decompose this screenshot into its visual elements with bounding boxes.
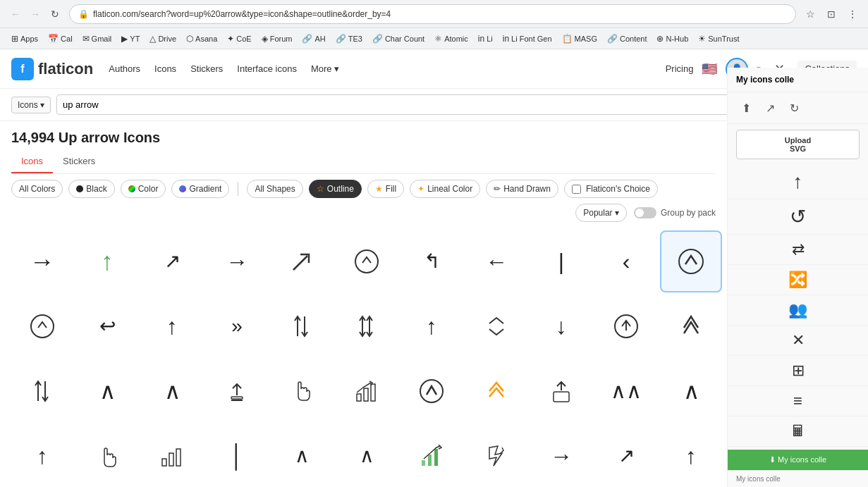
- bookmark-masg[interactable]: 📋 MASG: [558, 32, 601, 45]
- icon-cell-38[interactable]: ∧: [336, 425, 398, 487]
- bookmark-apps[interactable]: ⊞ Apps: [7, 32, 42, 45]
- icon-cell-32[interactable]: ∧: [660, 360, 722, 422]
- icon-cell-6[interactable]: ↰: [401, 230, 463, 292]
- bookmark-li-fontgen[interactable]: in Li Font Gen: [499, 32, 556, 45]
- icon-cell-25[interactable]: [206, 360, 268, 422]
- search-type-select[interactable]: Icons ▾: [11, 97, 51, 113]
- icon-cell-21[interactable]: [660, 295, 722, 357]
- refresh-button[interactable]: ↻: [47, 6, 63, 23]
- icon-cell-41[interactable]: →: [530, 425, 592, 487]
- icon-cell-10[interactable]: [660, 230, 722, 292]
- group-by-pack-toggle[interactable]: [634, 207, 656, 218]
- icon-cell-31[interactable]: ∧∧: [595, 360, 657, 422]
- flaticon-choice-checkbox[interactable]: [572, 185, 581, 194]
- bookmark-yt[interactable]: ▶ YT: [117, 32, 144, 45]
- icon-cell-16[interactable]: [336, 295, 398, 357]
- bookmark-coe[interactable]: ✦ CoE: [223, 32, 255, 45]
- rp-icon-up-arrow[interactable]: ↑: [728, 165, 868, 199]
- download-button[interactable]: ⬇ My icons colle: [728, 450, 868, 470]
- filter-gradient[interactable]: Gradient: [171, 180, 229, 198]
- nav-icons[interactable]: Icons: [153, 61, 178, 77]
- icon-cell-34[interactable]: [76, 425, 138, 487]
- icon-cell-2[interactable]: ↗: [141, 230, 203, 292]
- icon-cell-4[interactable]: [271, 230, 333, 292]
- icon-cell-28[interactable]: [401, 360, 463, 422]
- nav-more[interactable]: More ▾: [310, 61, 341, 77]
- icon-cell-43[interactable]: ↑: [660, 425, 722, 487]
- icon-cell-7[interactable]: ←: [465, 230, 527, 292]
- icon-cell-18[interactable]: [465, 295, 527, 357]
- nav-interface-icons[interactable]: Interface icons: [236, 61, 298, 77]
- bookmark-atomic[interactable]: ⚛ Atomic: [430, 32, 472, 45]
- back-button[interactable]: ←: [7, 6, 24, 23]
- panel-upload-icon[interactable]: ⬆: [736, 98, 756, 118]
- filter-lineal-color[interactable]: ✦ Lineal Color: [410, 180, 480, 198]
- tab-icons[interactable]: Icons: [11, 150, 53, 173]
- url-bar[interactable]: 🔒 flaticon.com/search?word=up%20arrow&ty…: [69, 4, 796, 24]
- icon-cell-30[interactable]: [530, 360, 592, 422]
- icon-cell-26[interactable]: [271, 360, 333, 422]
- filter-outline[interactable]: ☆ Outline: [309, 180, 362, 198]
- icon-cell-24[interactable]: ∧: [141, 360, 203, 422]
- bookmark-cal[interactable]: 📅 Cal: [44, 32, 77, 45]
- filter-black[interactable]: Black: [68, 180, 114, 198]
- bookmark-ah[interactable]: 🔗 AH: [298, 32, 329, 45]
- pricing-link[interactable]: Pricing: [666, 63, 694, 74]
- icon-cell-37[interactable]: ∧: [271, 425, 333, 487]
- icon-cell-27[interactable]: [336, 360, 398, 422]
- bookmark-nhub[interactable]: ⊕ N-Hub: [652, 32, 692, 45]
- bookmark-suntrust[interactable]: ☀ SunTrust: [694, 32, 743, 45]
- icon-cell-36[interactable]: │: [206, 425, 268, 487]
- filter-fill[interactable]: ★ Fill: [367, 180, 404, 198]
- icon-cell-0[interactable]: →: [11, 230, 73, 292]
- nav-stickers[interactable]: Stickers: [189, 61, 224, 77]
- rp-icon-back[interactable]: ↺: [728, 199, 868, 235]
- settings-icon[interactable]: ⋮: [844, 6, 861, 23]
- flag-icon[interactable]: 🇺🇸: [702, 61, 717, 77]
- icon-cell-15[interactable]: [271, 295, 333, 357]
- bookmark-charcount[interactable]: 🔗 Char Count: [368, 32, 429, 45]
- bookmark-asana[interactable]: ⬡ Asana: [182, 32, 221, 45]
- icon-cell-11[interactable]: [11, 295, 73, 357]
- icon-cell-42[interactable]: ↗: [595, 425, 657, 487]
- icon-cell-9[interactable]: ‹: [595, 230, 657, 292]
- bookmark-li[interactable]: in Li: [474, 32, 497, 45]
- icon-cell-19[interactable]: ↓: [530, 295, 592, 357]
- icon-cell-12[interactable]: ↩: [76, 295, 138, 357]
- icon-cell-40[interactable]: [465, 425, 527, 487]
- bookmark-te3[interactable]: 🔗 TE3: [331, 32, 367, 45]
- rp-icon-shuffle[interactable]: ⇄: [728, 235, 868, 265]
- icon-cell-1[interactable]: ↑: [76, 230, 138, 292]
- icon-cell-3[interactable]: →: [206, 230, 268, 292]
- icon-cell-8[interactable]: |: [530, 230, 592, 292]
- icon-cell-5[interactable]: [336, 230, 398, 292]
- icon-cell-23[interactable]: ∧: [76, 360, 138, 422]
- rp-icon-org[interactable]: 🔀: [728, 265, 868, 295]
- rp-icon-close[interactable]: ✕: [728, 326, 868, 356]
- icon-cell-29[interactable]: [465, 360, 527, 422]
- bookmark-forum[interactable]: ◈ Forum: [257, 32, 297, 45]
- rp-icon-calc[interactable]: 🖩: [728, 417, 868, 447]
- tab-stickers[interactable]: Stickers: [53, 150, 105, 173]
- nav-authors[interactable]: Authors: [107, 61, 142, 77]
- icon-cell-20[interactable]: [595, 295, 657, 357]
- filter-hand-drawn[interactable]: ✏ Hand Drawn: [486, 180, 558, 198]
- filter-color[interactable]: Color: [121, 180, 166, 198]
- rp-icon-list[interactable]: ≡: [728, 386, 868, 417]
- forward-button[interactable]: →: [27, 6, 44, 23]
- filter-all-shapes[interactable]: All Shapes: [247, 180, 302, 198]
- tab-options-icon[interactable]: ⊡: [823, 6, 840, 23]
- filter-flaticon-choice[interactable]: Flaticon's Choice: [564, 180, 658, 198]
- icon-cell-33[interactable]: ↑: [11, 425, 73, 487]
- panel-share-icon[interactable]: ↗: [760, 98, 780, 118]
- search-input[interactable]: [63, 99, 731, 110]
- filter-all-colors[interactable]: All Colors: [11, 180, 63, 198]
- panel-refresh-icon[interactable]: ↻: [784, 98, 804, 118]
- rp-icon-people[interactable]: 👥: [728, 295, 868, 326]
- logo[interactable]: f flaticon: [11, 58, 93, 80]
- bookmark-content[interactable]: 🔗 Content: [603, 32, 652, 45]
- icon-cell-17[interactable]: ↑: [401, 295, 463, 357]
- icon-cell-39[interactable]: [401, 425, 463, 487]
- bookmark-drive[interactable]: △ Drive: [145, 32, 181, 45]
- rp-icon-grid[interactable]: ⊞: [728, 356, 868, 386]
